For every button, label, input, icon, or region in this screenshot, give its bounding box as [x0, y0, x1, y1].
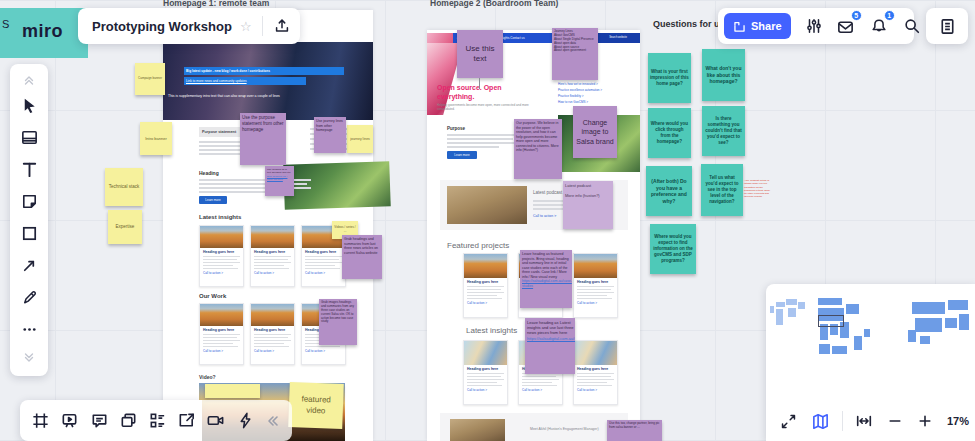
comment-tool[interactable]: [90, 411, 109, 430]
map-icon[interactable]: [811, 412, 830, 431]
sticky-question[interactable]: Tell us what you'd expect to see in the …: [701, 164, 743, 216]
rocks-image-2: [450, 419, 505, 441]
brand-block: S miro: [0, 8, 88, 58]
mock-card[interactable]: Heading goes here Call to action >: [250, 225, 295, 287]
mock2-nav-search: Search website: [596, 33, 640, 43]
sticky-nav-list[interactable]: Journey Lines About GovCMS About Single …: [552, 28, 598, 80]
sticky-note-yellow[interactable]: [205, 384, 260, 398]
mock-card[interactable]: Heading goes here Call to action >: [199, 225, 244, 287]
mock2-link: How to run GovCMS >: [558, 101, 616, 105]
toolbar-collapse-down[interactable]: [10, 350, 48, 368]
mock-card[interactable]: Heading goes here Call to action >: [573, 340, 618, 405]
board-title[interactable]: Prototyping Workshop: [92, 19, 232, 34]
notes-icon: [938, 17, 957, 36]
questions-title[interactable]: Questions for u: [653, 19, 720, 29]
sticky-our-purpose[interactable]: Our purpose. We believe in the power of …: [514, 119, 562, 179]
sticky-campaign-banner[interactable]: Campaign banner: [135, 63, 165, 95]
cursor-label: S: [2, 18, 9, 30]
bottom-toolbar-icons: [20, 400, 292, 441]
video-camera-tool[interactable]: [206, 411, 225, 430]
notifications-badge: 1: [884, 10, 895, 21]
text-tool[interactable]: [10, 156, 48, 182]
cards-tool[interactable]: [119, 411, 138, 430]
hero1-highlight-2: Link to more news and community updates: [184, 77, 306, 85]
zoom-in-icon[interactable]: [917, 413, 933, 429]
left-toolbar: [10, 64, 48, 376]
sticky-technical-stack[interactable]: Technical stack: [105, 168, 143, 206]
sticky-use-this-text[interactable]: Use this text: [457, 30, 503, 78]
sticky-intro-banner[interactable]: Intro banner: [140, 122, 172, 155]
section-latest-insights-1: Latest insights: [199, 214, 241, 220]
share-button[interactable]: Share: [724, 13, 791, 39]
sticky-akhil-note[interactable]: Use this too, change partner, bring pic …: [607, 420, 662, 441]
sticky-featured-video[interactable]: featured video: [288, 382, 344, 429]
org-chart-tool[interactable]: [148, 411, 167, 430]
podcast-title: Latest podcast: [533, 190, 562, 195]
sticky-question[interactable]: (After both) Do you have a preference an…: [646, 166, 692, 216]
mock2-purpose: Purpose: [447, 126, 465, 131]
sticky-note-tool[interactable]: [10, 188, 48, 214]
sticky-grab-headings[interactable]: Grab headings and summaries from last th…: [342, 235, 382, 279]
notifications-bell-icon[interactable]: 1: [870, 17, 888, 35]
select-tool[interactable]: [10, 92, 48, 118]
notes-panel-button[interactable]: [926, 8, 968, 44]
mock-card[interactable]: Heading goes here Call to action >: [463, 253, 508, 318]
settings-sliders-icon[interactable]: [805, 17, 823, 35]
lightning-tool[interactable]: [236, 411, 255, 430]
collapse-toolbar-icon[interactable]: [265, 413, 281, 429]
inbox-icon[interactable]: 5: [836, 17, 855, 36]
frame-tool[interactable]: [31, 411, 50, 430]
mock2-link: Here's how we've innovated >: [558, 83, 616, 87]
frame2-title[interactable]: Homepage 2 (Boardroom Team): [430, 0, 558, 8]
sticky-insights-note[interactable]: Leave heading as Latest insights and use…: [525, 318, 575, 374]
sticky-question[interactable]: Where would you click through from the h…: [648, 108, 691, 158]
zoom-level[interactable]: 17%: [947, 415, 969, 427]
connector-arrow: [479, 78, 480, 89]
sticky-journey-lines[interactable]: journey lines: [347, 125, 373, 153]
star-icon[interactable]: ☆: [240, 19, 252, 34]
mock2-link: Practice excellence automation >: [558, 89, 616, 93]
section-our-work: Our Work: [199, 293, 226, 299]
export-tool[interactable]: [177, 411, 196, 430]
sticky-question[interactable]: Is there something you couldn't find tha…: [702, 106, 745, 156]
mock-card[interactable]: Heading goes here Call to action >: [463, 340, 508, 405]
toolbar-collapse-up[interactable]: [10, 70, 48, 88]
mock-card[interactable]: Heading goes here Call to action >: [199, 303, 244, 365]
mock2-link: Practice flexibility >: [558, 95, 616, 99]
mock2-subtext: Helping governments become more open, mo…: [437, 103, 532, 111]
search-icon[interactable]: [903, 17, 921, 35]
zoom-out-icon[interactable]: [887, 413, 903, 429]
sticky-question[interactable]: What is your first impression of this ho…: [648, 53, 691, 103]
present-tool[interactable]: [60, 411, 79, 430]
sticky-featured-note[interactable]: Leave heading as featured projects. Brin…: [520, 250, 572, 308]
shapes-tool[interactable]: [10, 220, 48, 246]
fit-to-screen-icon[interactable]: [855, 412, 873, 430]
templates-tool[interactable]: [10, 124, 48, 150]
section-featured-projects: Featured projects: [447, 241, 509, 250]
mock-card[interactable]: Heading goes here Call to action >: [250, 303, 295, 365]
sticky-use-purpose[interactable]: Use the purpose statement from other hom…: [240, 113, 286, 165]
sticky-question[interactable]: Where would you expect to find informati…: [650, 224, 696, 274]
mock-card[interactable]: Heading goes here Call to action >: [573, 253, 618, 318]
sticky-latest-podcast[interactable]: Latest podcastMore info (huston?): [563, 181, 613, 229]
rocks-image-1: [447, 186, 527, 224]
sticky-expertise[interactable]: Expertise: [108, 210, 142, 244]
arrow-tool[interactable]: [10, 252, 48, 278]
export-board-icon[interactable]: [273, 17, 291, 35]
pen-tool[interactable]: [10, 284, 48, 310]
expand-minimap-icon[interactable]: [780, 413, 797, 430]
zoom-controls: 17%: [766, 402, 975, 440]
miro-logo[interactable]: miro: [22, 21, 63, 42]
share-icon: [733, 20, 746, 33]
sticky-use-journey[interactable]: Use journey lines from other homepage: [314, 117, 346, 153]
podcast-cta: Call to action >: [533, 214, 556, 218]
sticky-change-image[interactable]: Change image to Salsa brand: [573, 106, 617, 158]
board-canvas[interactable]: Homepage 1: remote team Big latest updat…: [0, 0, 975, 441]
mock-button: Learn more: [199, 196, 227, 204]
sticky-question[interactable]: What don't you like about this homepage?: [702, 49, 745, 101]
frame1-title[interactable]: Homepage 1: remote team: [163, 0, 269, 8]
more-tools[interactable]: [10, 316, 48, 342]
minimap-viewport[interactable]: [818, 315, 844, 327]
sticky-heading-note[interactable]: Use heading as is, text abridged and cta…: [265, 166, 294, 196]
sticky-grab-images[interactable]: Grab images headings and summaries from …: [319, 299, 357, 345]
